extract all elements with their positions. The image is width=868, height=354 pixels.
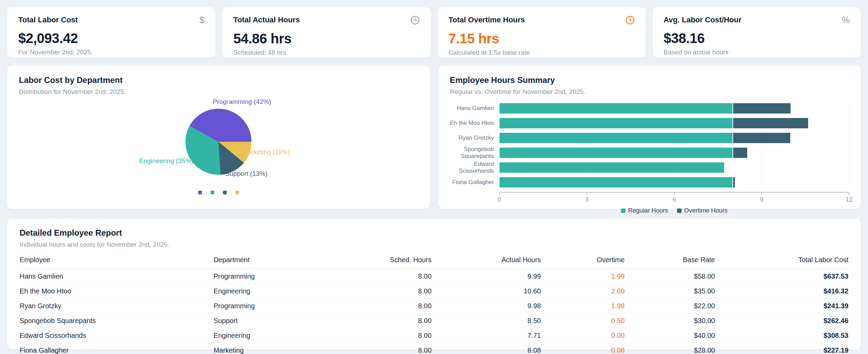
kpi-title: Total Actual Hours (233, 15, 300, 24)
bar-track (500, 103, 849, 114)
bar-segment-regular (500, 103, 733, 114)
bar-segment-overtime (732, 103, 791, 114)
bar-x-axis: 036912 (500, 192, 849, 203)
table-cell: 2.60 (541, 284, 624, 299)
table-cell: Programming (214, 269, 332, 284)
gridline (762, 103, 762, 187)
table-cell: 8.00 (332, 313, 431, 328)
labor-dashboard: Total Labor Cost $ $2,093.42 For Novembe… (0, 0, 868, 354)
bar-row: Ryan Grotzky (450, 133, 849, 143)
axis-tick (674, 193, 675, 195)
table-cell: 1.99 (541, 269, 624, 284)
table-cell: 8.00 (332, 284, 431, 299)
table-header-row: EmployeeDepartmentSched. HoursActual Hou… (20, 256, 848, 269)
column-header-overtime: Overtime (541, 256, 624, 269)
bar-row: Edward Scissorhands (450, 162, 849, 173)
bar-chart-card: Employee Hours Summary Regular vs. Overt… (438, 65, 861, 209)
table-row: Ryan GrotzkyProgramming8.009.981.98$22.0… (20, 299, 848, 313)
kpi-card-avg-labor-cost-hour: Avg. Labor Cost/Hour % $38.16 Based on a… (652, 7, 861, 58)
kpi-card-total-actual-hours: Total Actual Hours 54.86 hrs Scheduled: … (222, 7, 431, 58)
bar-segment-regular (500, 177, 733, 187)
legend-label: Regular Hours (628, 207, 668, 214)
kpi-title: Total Labor Cost (18, 15, 78, 24)
kpi-subtitle: Calculated at 1.5x base rate (449, 49, 635, 56)
table-cell: 8.00 (332, 269, 431, 284)
bar-category-label: Eh the Moo Htoo (450, 120, 500, 127)
report-table: EmployeeDepartmentSched. HoursActual Hou… (20, 256, 848, 354)
pie-legend (19, 191, 418, 194)
bar-segment-regular (500, 162, 724, 173)
bar-category-label: Edward Scissorhands (450, 161, 500, 174)
table-cell: Ryan Grotzky (20, 299, 214, 313)
bar-chart-title: Employee Hours Summary (450, 75, 849, 85)
bar-track (500, 118, 849, 128)
clock-icon (625, 15, 635, 25)
programming-legend-dot (198, 191, 202, 194)
legend-label: Overtime Hours (684, 207, 728, 214)
bar-track (500, 148, 849, 158)
pie-chart: Programming (42%) Marketing (11%) Suppor… (19, 97, 418, 204)
bar-track (500, 177, 849, 187)
table-cell: 8.00 (332, 299, 431, 313)
bar-track (500, 162, 849, 173)
axis-tick (761, 193, 762, 195)
bar-category-label: Ryan Grotzky (450, 135, 500, 141)
axis-tick (849, 193, 849, 195)
bar-segment-regular (500, 133, 733, 143)
bar-segment-regular (500, 118, 733, 128)
table-cell: Hans Gamlien (20, 269, 214, 284)
bar-segment-overtime (732, 177, 735, 187)
table-row: Spongebob SquarepantsSupport8.008.500.50… (20, 313, 848, 328)
table-cell: $227.19 (715, 343, 848, 354)
table-body: Hans GamlienProgramming8.009.991.99$58.0… (20, 269, 848, 354)
kpi-subtitle: Based on actual hours (664, 49, 850, 56)
kpi-value: 7.15 hrs (449, 31, 635, 46)
bar-legend: Regular HoursOvertime Hours (500, 207, 849, 214)
table-cell: Spongebob Squarepants (20, 313, 214, 328)
kpi-card-total-labor-cost: Total Labor Cost $ $2,093.42 For Novembe… (7, 7, 216, 58)
bar-segment-regular (500, 148, 733, 158)
table-cell: Marketing (214, 343, 332, 354)
dollar-icon: $ (200, 15, 204, 24)
column-header-employee: Employee (20, 256, 214, 269)
table-cell: $28.00 (625, 343, 715, 354)
table-cell: 1.98 (541, 299, 624, 313)
axis-tick-label: 12 (846, 196, 853, 203)
table-cell: 8.50 (431, 313, 541, 328)
column-header-total-labor-cost: Total Labor Cost (715, 256, 848, 269)
gridline (674, 103, 675, 187)
table-cell: 7.71 (431, 328, 541, 343)
legend-item-overtime-hours: Overtime Hours (677, 207, 728, 214)
kpi-subtitle: Scheduled: 48 hrs (233, 49, 419, 56)
bar-category-label: Hans Gamlien (450, 105, 500, 112)
table-cell: $308.53 (715, 328, 848, 343)
report-subtitle: Individual hours and costs for November … (20, 241, 848, 248)
legend-item-regular-hours: Regular Hours (621, 207, 668, 214)
table-cell: 0.08 (541, 343, 624, 354)
kpi-card-header: Total Actual Hours (233, 15, 419, 25)
legend-swatch (677, 208, 682, 213)
support-legend-dot (223, 191, 227, 194)
table-cell: Edward Scissorhands (20, 328, 214, 343)
marketing-legend-dot (235, 191, 239, 194)
axis-tick-label: 6 (673, 196, 676, 203)
bar-category-label: Fiona Gallagher (450, 179, 500, 186)
table-row: Edward ScissorhandsEngineering8.007.710.… (20, 328, 848, 343)
column-header-actual-hours: Actual Hours (431, 256, 541, 269)
table-cell: Engineering (214, 284, 332, 299)
report-table-card: Detailed Employee Report Individual hour… (7, 218, 861, 350)
percent-icon: % (842, 15, 850, 24)
table-row: Eh the Moo HtooEngineering8.0010.602.60$… (20, 284, 848, 299)
clock-icon (410, 15, 420, 25)
column-header-base-rate: Base Rate (625, 256, 715, 269)
bar-segment-overtime (732, 118, 808, 128)
engineering-legend-dot (211, 191, 214, 194)
axis-tick (499, 193, 500, 195)
table-cell: 0.00 (541, 328, 624, 343)
kpi-card-header: Avg. Labor Cost/Hour % (664, 15, 850, 24)
bar-row: Spongebob Squarepants (450, 148, 849, 158)
column-header-department: Department (214, 256, 332, 269)
bar-chart: Hans GamlienEh the Moo HtooRyan GrotzkyS… (450, 103, 849, 214)
table-cell: 8.00 (332, 328, 431, 343)
table-cell: 8.08 (431, 343, 541, 354)
